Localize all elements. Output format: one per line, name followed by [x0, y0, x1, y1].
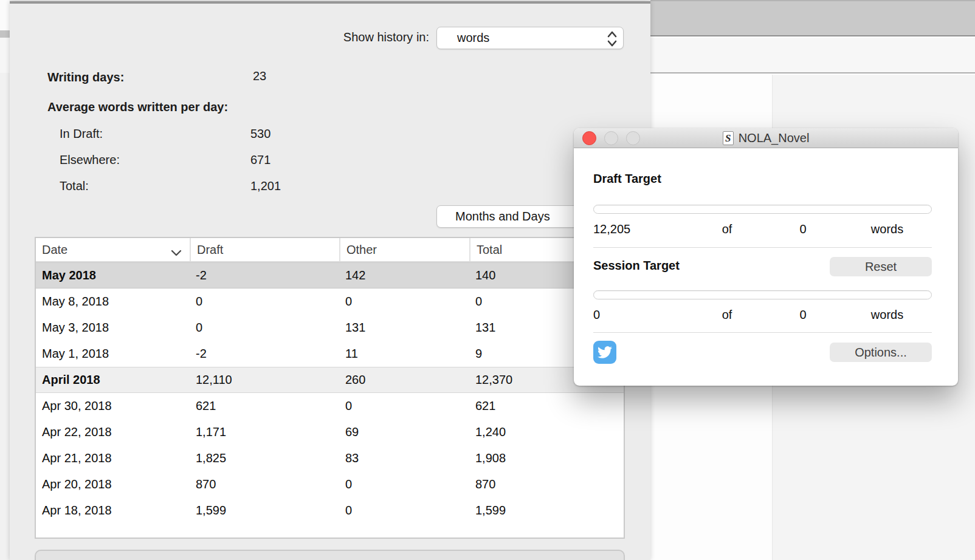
- table-row[interactable]: Apr 18, 2018 1,599 0 1,599: [36, 497, 624, 524]
- history-table: Date Draft Other Total May 2018 -2: [35, 237, 625, 539]
- panel-divider: [593, 332, 932, 333]
- session-goal-count[interactable]: 0: [763, 308, 842, 322]
- elsewhere-value: 671: [250, 153, 270, 167]
- draft-unit-label: words: [842, 222, 932, 236]
- table-row[interactable]: Apr 20, 2018 870 0 870: [36, 471, 624, 497]
- twitter-bird-icon: [598, 345, 612, 360]
- writing-days-value: 23: [253, 69, 266, 83]
- panel-title: NOLA_Novel: [739, 131, 810, 145]
- in-draft-label: In Draft:: [60, 127, 103, 141]
- document-proxy-icon: S: [723, 131, 734, 145]
- show-history-select[interactable]: words: [436, 27, 624, 49]
- draft-target-heading: Draft Target: [593, 172, 661, 186]
- background-toolbar-fragment: [0, 0, 10, 30]
- history-table-header: Date Draft Other Total: [36, 238, 624, 262]
- session-target-progress-bar: [593, 290, 932, 299]
- background-window-left-edge: [0, 0, 10, 560]
- column-header-other[interactable]: Other: [339, 238, 469, 261]
- twitter-share-button[interactable]: [593, 341, 616, 364]
- table-row-month[interactable]: April 2018 12,110 260 12,370: [36, 367, 624, 393]
- session-unit-label: words: [842, 308, 932, 322]
- background-divider-fragment: [0, 30, 10, 38]
- table-row[interactable]: Apr 21, 2018 1,825 83 1,908: [36, 445, 624, 471]
- background-toolbar: [650, 0, 975, 36]
- column-header-date[interactable]: Date: [36, 238, 190, 261]
- panel-title-bar[interactable]: S NOLA_Novel: [574, 128, 958, 148]
- draft-goal-count[interactable]: 0: [763, 222, 842, 236]
- granularity-selected-value: Months and Days: [455, 210, 550, 224]
- table-row[interactable]: May 8, 2018 0 0 0: [36, 289, 624, 315]
- show-history-selected-value: words: [457, 31, 489, 45]
- options-tray: [35, 550, 625, 560]
- show-history-label: Show history in:: [231, 30, 429, 44]
- total-label: Total:: [60, 179, 89, 193]
- table-row-month[interactable]: May 2018 -2 142 140: [36, 262, 624, 289]
- background-format-bar: [650, 38, 975, 73]
- sort-chevron-icon: [170, 246, 182, 260]
- draft-current-count: 12,205: [593, 222, 691, 236]
- session-current-count: 0: [593, 308, 691, 322]
- session-of-label: of: [691, 308, 763, 322]
- table-row[interactable]: Apr 30, 2018 621 0 621: [36, 393, 624, 419]
- panel-divider: [593, 247, 932, 248]
- writing-days-label: Writing days:: [47, 70, 124, 84]
- total-value: 1,201: [250, 179, 281, 193]
- session-target-numbers: 0 of 0 words: [593, 308, 932, 322]
- screen: Show history in: words Writing days: 23 …: [0, 0, 975, 560]
- popup-stepper-icon: [607, 30, 618, 50]
- table-row[interactable]: Apr 22, 2018 1,171 69 1,240: [36, 419, 624, 445]
- writing-history-window: Show history in: words Writing days: 23 …: [10, 1, 650, 560]
- table-row[interactable]: May 3, 2018 0 131 131: [36, 315, 624, 341]
- background-formatbar-fragment: [0, 38, 10, 73]
- session-target-heading: Session Target: [593, 259, 680, 273]
- in-draft-value: 530: [250, 127, 270, 141]
- draft-of-label: of: [691, 222, 763, 236]
- table-row[interactable]: May 1, 2018 -2 11 9: [36, 341, 624, 367]
- average-words-heading: Average words written per day:: [47, 100, 228, 114]
- reset-button[interactable]: Reset: [830, 257, 932, 276]
- project-targets-panel: S NOLA_Novel Draft Target 12,205 of 0 wo…: [574, 128, 958, 386]
- draft-target-progress-bar: [593, 205, 932, 214]
- draft-target-numbers: 12,205 of 0 words: [593, 222, 932, 236]
- background-content-fragment: [0, 73, 10, 560]
- elsewhere-label: Elsewhere:: [60, 153, 120, 167]
- options-button[interactable]: Options...: [830, 343, 932, 362]
- column-header-draft[interactable]: Draft: [190, 238, 339, 261]
